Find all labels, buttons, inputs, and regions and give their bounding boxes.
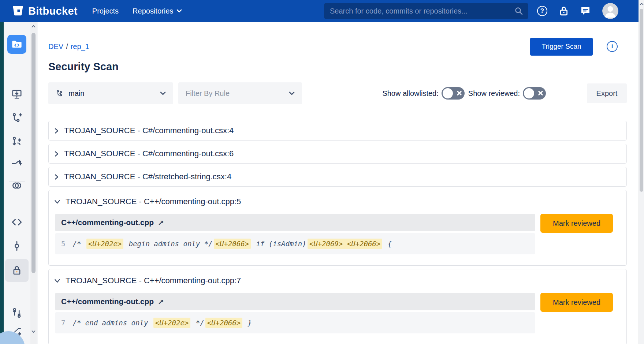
page-title: Security Scan	[48, 61, 627, 73]
code-text: {	[383, 240, 392, 248]
file-path-bar: C++/commenting-out.cpp ↗	[55, 214, 535, 231]
main-content: DEV / rep_1 Trigger Scan i Security Scan…	[38, 22, 639, 344]
left-sidebar	[0, 22, 38, 344]
sidebar-item-repository[interactable]	[7, 35, 26, 54]
toggle-off-x-icon	[457, 91, 462, 96]
finding-row[interactable]: TROJAN_SOURCE - C#/commenting-out.csx:4	[48, 121, 627, 141]
trigger-scan-button[interactable]: Trigger Scan	[530, 38, 593, 56]
code-text: */	[191, 319, 204, 327]
breadcrumb-project-link[interactable]: DEV	[48, 42, 63, 51]
bitbucket-logo[interactable]: Bitbucket	[12, 5, 78, 17]
create-pull-request-icon[interactable]	[11, 136, 22, 147]
window-scroll-thumb[interactable]	[640, 9, 643, 192]
sidebar-scrollbar[interactable]	[30, 22, 37, 344]
clone-icon[interactable]	[11, 89, 22, 100]
branch-select[interactable]: main	[48, 82, 173, 104]
finding-header[interactable]: TROJAN_SOURCE - C++/commenting-out.cpp:5	[49, 190, 626, 206]
page-actions: Trigger Scan i	[530, 38, 618, 56]
search-icon[interactable]	[514, 7, 523, 15]
pull-requests-icon[interactable]	[11, 307, 22, 318]
finding-title: TROJAN_SOURCE - C#/commenting-out.csx:4	[64, 126, 234, 135]
sidebar-scroll-thumb[interactable]	[31, 33, 36, 273]
mark-reviewed-button[interactable]: Mark reviewed	[540, 214, 613, 233]
file-path: C++/commenting-out.cpp	[61, 297, 154, 306]
sidebar-accent-strip	[0, 22, 4, 344]
chevron-down-icon	[176, 9, 182, 13]
code-column: C++/commenting-out.cpp ↗ 5 /* <U+202e> b…	[55, 214, 535, 254]
branch-select-value: main	[68, 89, 84, 98]
chevron-down-icon	[289, 91, 295, 96]
nav-repositories-label: Repositories	[133, 7, 173, 15]
info-icon[interactable]: i	[607, 41, 618, 52]
finding-row-expanded: TROJAN_SOURCE - C++/commenting-out.cpp:7…	[48, 269, 627, 344]
code-text: /* end admins only	[72, 319, 152, 327]
finding-detail: C++/commenting-out.cpp ↗ 5 /* <U+202e> b…	[55, 214, 626, 254]
action-column: Mark reviewed	[540, 293, 613, 312]
feedback-icon[interactable]	[580, 6, 591, 16]
scroll-up-icon[interactable]	[31, 25, 36, 28]
bidi-char-token: <U+202e>	[153, 318, 191, 328]
mark-reviewed-button[interactable]: Mark reviewed	[540, 293, 613, 312]
bidi-char-token: <U+202e>	[86, 239, 124, 249]
top-navbar: Bitbucket Projects Repositories ?	[0, 0, 644, 22]
breadcrumb-repo-link[interactable]: rep_1	[71, 42, 89, 51]
breadcrumb-separator: /	[66, 42, 68, 51]
bidi-char-token: <U+2066>	[214, 239, 251, 249]
chevron-down-icon	[54, 278, 60, 283]
finding-row[interactable]: TROJAN_SOURCE - C#/commenting-out.csx:6	[48, 144, 627, 164]
external-link-icon[interactable]: ↗	[158, 297, 164, 306]
sidebar-item-security-scan[interactable]	[5, 259, 29, 282]
chevron-down-icon	[160, 91, 166, 96]
user-silhouette-icon	[602, 3, 618, 19]
code-column: C++/commenting-out.cpp ↗ 7 /* end admins…	[55, 293, 535, 333]
nav-projects[interactable]: Projects	[92, 7, 119, 15]
finding-title: TROJAN_SOURCE - C#/stretched-string.csx:…	[64, 172, 231, 182]
scroll-up-icon[interactable]	[640, 3, 644, 5]
finding-title: TROJAN_SOURCE - C++/commenting-out.cpp:7	[66, 276, 241, 285]
search-input[interactable]	[324, 3, 528, 19]
chevron-right-icon	[54, 174, 59, 180]
external-link-icon[interactable]: ↗	[158, 218, 164, 227]
add-fork-icon[interactable]	[11, 158, 22, 169]
finding-row[interactable]: TROJAN_SOURCE - C#/stretched-string.csx:…	[48, 167, 627, 187]
code-text: begin admins only */	[124, 240, 212, 248]
scroll-down-icon[interactable]	[31, 330, 36, 333]
filter-row: main Filter By Rule Show allowlisted: Sh…	[48, 82, 627, 104]
rule-filter-placeholder: Filter By Rule	[186, 89, 230, 98]
show-reviewed-toggle[interactable]	[523, 87, 546, 100]
show-allowlisted-toggle[interactable]	[442, 87, 465, 100]
finding-header[interactable]: TROJAN_SOURCE - C++/commenting-out.cpp:7	[49, 269, 626, 285]
create-branch-icon[interactable]	[11, 112, 22, 123]
branch-icon	[56, 90, 63, 97]
commits-icon[interactable]	[11, 240, 22, 251]
avatar[interactable]	[602, 3, 618, 19]
code-snippet: 5 /* <U+202e> begin admins only */<U+206…	[55, 233, 535, 254]
window-scrollbar[interactable]	[639, 0, 644, 344]
toggle-off-x-icon	[538, 91, 543, 96]
search-box	[324, 3, 528, 19]
page-topbar: DEV / rep_1 Trigger Scan i	[48, 37, 627, 56]
navbar-icon-group: ?	[537, 0, 618, 22]
nav-repositories[interactable]: Repositories	[133, 7, 182, 15]
bidi-char-token: <U+2069> <U+2066>	[308, 239, 382, 249]
finding-title: TROJAN_SOURCE - C#/commenting-out.csx:6	[64, 149, 234, 158]
source-code-icon[interactable]	[11, 217, 22, 228]
code-text: /*	[72, 240, 85, 248]
lock-icon[interactable]	[559, 6, 569, 16]
code-line: /* end admins only <U+202e> */<U+2066> }	[72, 319, 252, 327]
help-icon[interactable]: ?	[537, 6, 547, 16]
bitbucket-bucket-icon	[12, 6, 23, 16]
chevron-down-icon	[54, 199, 60, 204]
breadcrumb: DEV / rep_1	[48, 42, 89, 51]
line-number: 7	[61, 319, 65, 327]
code-text: }	[243, 319, 252, 327]
bidi-char-token: <U+2066>	[205, 318, 243, 328]
finding-detail: C++/commenting-out.cpp ↗ 7 /* end admins…	[55, 293, 626, 333]
brand-name: Bitbucket	[28, 5, 78, 17]
export-button[interactable]: Export	[587, 83, 627, 103]
security-scan-icon	[11, 265, 22, 276]
chevron-right-icon	[54, 151, 59, 157]
rule-filter-select[interactable]: Filter By Rule	[178, 82, 302, 104]
code-text: if (isAdmin)	[252, 240, 306, 248]
finding-title: TROJAN_SOURCE - C++/commenting-out.cpp:5	[66, 197, 241, 206]
